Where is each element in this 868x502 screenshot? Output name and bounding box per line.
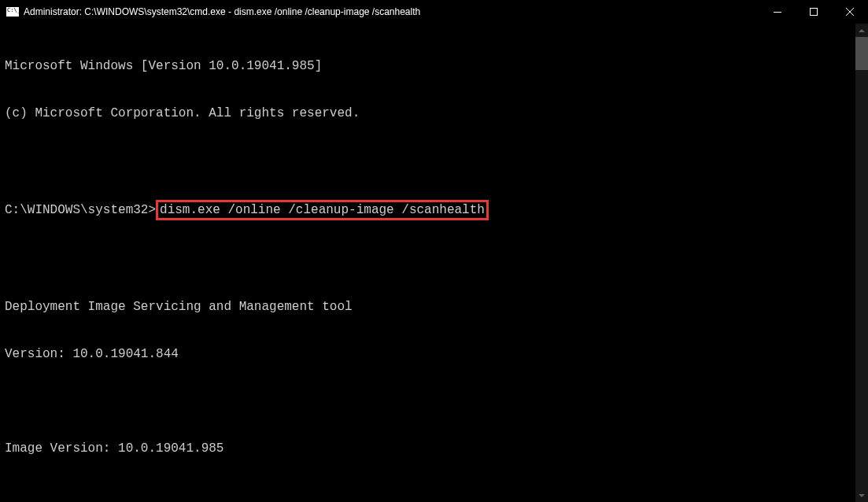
svg-rect-0: [774, 12, 781, 13]
prompt: C:\WINDOWS\system32>: [5, 203, 156, 217]
highlighted-command: dism.exe /online /cleanup-image /scanhea…: [156, 200, 489, 220]
close-button[interactable]: [832, 0, 868, 24]
scroll-down-arrow-icon[interactable]: [855, 489, 868, 502]
window-title: Administrator: C:\WINDOWS\system32\cmd.e…: [24, 6, 420, 17]
maximize-button[interactable]: [796, 0, 832, 24]
blank-line: [5, 252, 863, 268]
terminal-output[interactable]: Microsoft Windows [Version 10.0.19041.98…: [0, 24, 868, 502]
vertical-scrollbar[interactable]: [855, 24, 868, 502]
minimize-button[interactable]: [759, 0, 796, 24]
output-line: Deployment Image Servicing and Managemen…: [5, 299, 863, 315]
output-line: Version: 10.0.19041.844: [5, 346, 863, 362]
blank-line: [5, 488, 863, 502]
scroll-thumb[interactable]: [855, 37, 868, 70]
blank-line: [5, 153, 863, 168]
output-line: Image Version: 10.0.19041.985: [5, 441, 863, 456]
cmd-icon: [6, 7, 19, 17]
command-line: C:\WINDOWS\system32>dism.exe /online /cl…: [5, 200, 863, 220]
blank-line: [5, 393, 863, 409]
output-line: Microsoft Windows [Version 10.0.19041.98…: [5, 58, 863, 74]
window-titlebar[interactable]: Administrator: C:\WINDOWS\system32\cmd.e…: [0, 0, 868, 24]
window-controls: [759, 0, 868, 24]
svg-rect-1: [811, 9, 818, 16]
output-line: (c) Microsoft Corporation. All rights re…: [5, 105, 863, 121]
scroll-up-arrow-icon[interactable]: [855, 24, 868, 37]
